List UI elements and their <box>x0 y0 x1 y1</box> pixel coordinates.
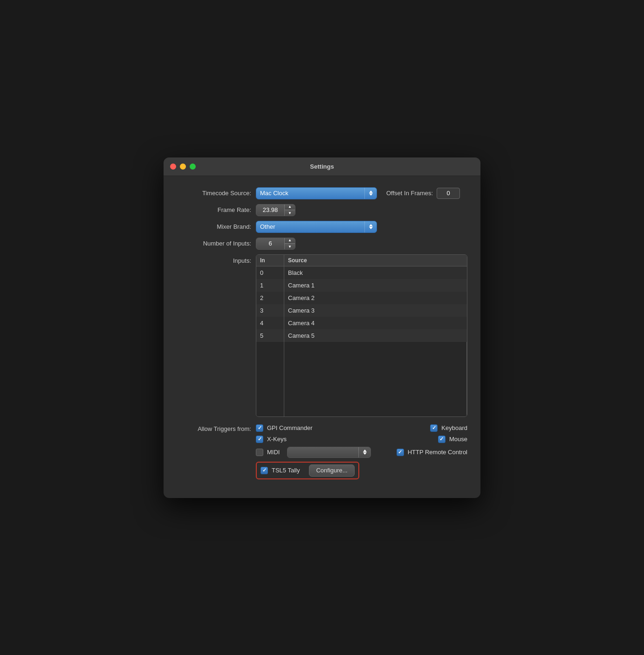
midi-checkbox[interactable]: ✓ <box>256 449 263 456</box>
empty-row-4 <box>256 398 467 416</box>
http-check-icon: ✓ <box>398 450 402 455</box>
stepper-down-button[interactable]: ▼ <box>285 210 295 216</box>
arrow-up-icon <box>369 191 373 193</box>
table-cell-in: 1 <box>256 279 284 292</box>
table-cell-in: 2 <box>256 292 284 304</box>
inputs-table: In Source 0 Black 1 Camera 1 2 Camera 2 … <box>256 254 467 417</box>
mixer-brand-row: Mixer Brand: Other <box>177 221 467 233</box>
tsl5-row: ✓ TSL5 Tally Configure... <box>256 462 359 479</box>
timecode-source-select[interactable]: Mac Clock <box>256 187 377 199</box>
empty-row-2 <box>256 361 467 379</box>
minimize-button[interactable] <box>180 164 186 170</box>
timecode-source-arrow <box>364 188 377 199</box>
gpi-checkbox[interactable]: ✓ <box>256 424 263 432</box>
timecode-source-label: Timecode Source: <box>177 190 251 197</box>
frame-rate-stepper[interactable]: 23.98 ▲ ▼ <box>256 204 295 216</box>
midi-arrow-down-icon <box>363 452 367 455</box>
gpi-checkbox-row: ✓ GPI Commander <box>256 424 313 432</box>
inputs-label: Inputs: <box>177 254 251 264</box>
table-row[interactable]: 3 Camera 3 <box>256 304 467 317</box>
tsl5-check-icon: ✓ <box>262 468 267 473</box>
table-row[interactable]: 4 Camera 4 <box>256 317 467 329</box>
empty-cell <box>284 361 467 379</box>
table-cell-in: 3 <box>256 304 284 317</box>
gpi-label: GPI Commander <box>267 424 313 431</box>
midi-label: MIDI <box>267 449 280 456</box>
window-title: Settings <box>310 163 334 170</box>
empty-cell <box>256 361 284 379</box>
tsl5-label: TSL5 Tally <box>272 467 300 474</box>
midi-row: ✓ MIDI <box>256 447 371 458</box>
configure-button[interactable]: Configure... <box>309 464 354 477</box>
keyboard-checkbox-row: ✓ Keyboard <box>430 424 467 432</box>
col-in-header: In <box>256 255 284 266</box>
triggers-options: ✓ GPI Commander ✓ Keyboard <box>256 424 467 481</box>
settings-content: Timecode Source: Mac Clock Offset In Fra… <box>164 176 480 498</box>
empty-cell <box>256 379 284 398</box>
http-label: HTTP Remote Control <box>408 449 467 456</box>
arrow-down-icon <box>369 193 373 196</box>
xkeys-checkbox[interactable]: ✓ <box>256 436 263 443</box>
midi-select-arrow <box>358 447 370 457</box>
table-cell-source: Camera 1 <box>284 279 467 292</box>
xkeys-check-icon: ✓ <box>258 437 262 442</box>
inputs-row: Inputs: In Source 0 Black 1 Camera 1 2 C… <box>177 254 467 417</box>
empty-cell <box>284 342 467 361</box>
frame-rate-row: Frame Rate: 23.98 ▲ ▼ <box>177 204 467 216</box>
num-inputs-up-button[interactable]: ▲ <box>285 238 295 244</box>
table-cell-source: Black <box>284 266 467 279</box>
num-inputs-stepper[interactable]: 6 ▲ ▼ <box>256 238 295 250</box>
keyboard-checkbox[interactable]: ✓ <box>430 424 438 432</box>
mouse-checkbox[interactable]: ✓ <box>438 436 445 443</box>
keyboard-label: Keyboard <box>441 424 467 431</box>
table-cell-source: Camera 5 <box>284 329 467 342</box>
mixer-brand-value: Other <box>256 223 377 230</box>
http-checkbox[interactable]: ✓ <box>397 449 404 456</box>
num-inputs-value: 6 <box>256 240 284 247</box>
tsl5-checkbox[interactable]: ✓ <box>260 467 268 474</box>
table-row[interactable]: 5 Camera 5 <box>256 329 467 342</box>
keyboard-check-icon: ✓ <box>432 425 436 430</box>
table-row[interactable]: 2 Camera 2 <box>256 292 467 304</box>
http-checkbox-row: ✓ HTTP Remote Control <box>397 449 467 456</box>
num-inputs-label: Number of Inputs: <box>177 240 251 247</box>
num-inputs-row: Number of Inputs: 6 ▲ ▼ <box>177 238 467 250</box>
stepper-buttons: ▲ ▼ <box>284 204 295 216</box>
maximize-button[interactable] <box>190 164 196 170</box>
mixer-brand-arrow <box>364 221 377 232</box>
timecode-source-value: Mac Clock <box>256 190 377 197</box>
xkeys-label: X-Keys <box>267 436 287 443</box>
timecode-source-row: Timecode Source: Mac Clock Offset In Fra… <box>177 187 467 199</box>
table-cell-in: 0 <box>256 266 284 279</box>
num-inputs-down-button[interactable]: ▼ <box>285 244 295 250</box>
triggers-section: Allow Triggers from: ✓ GPI Commander ✓ <box>177 424 467 481</box>
table-body: 0 Black 1 Camera 1 2 Camera 2 3 Camera 3… <box>256 266 467 342</box>
xkeys-checkbox-row: ✓ X-Keys <box>256 436 287 443</box>
offset-input[interactable] <box>437 188 460 199</box>
table-cell-source: Camera 3 <box>284 304 467 317</box>
col-source-header: Source <box>284 255 467 266</box>
close-button[interactable] <box>170 164 176 170</box>
triggers-row: Allow Triggers from: ✓ GPI Commander ✓ <box>177 424 467 481</box>
titlebar: Settings <box>164 157 480 176</box>
table-header: In Source <box>256 255 467 266</box>
mixer-arrow-down-icon <box>369 227 373 229</box>
stepper-up-button[interactable]: ▲ <box>285 204 295 210</box>
mixer-brand-select[interactable]: Other <box>256 221 377 233</box>
midi-arrow-up-icon <box>363 450 367 452</box>
empty-cell <box>284 379 467 398</box>
num-inputs-stepper-buttons: ▲ ▼ <box>284 238 295 250</box>
table-row[interactable]: 1 Camera 1 <box>256 279 467 292</box>
table-row[interactable]: 0 Black <box>256 266 467 279</box>
mouse-check-icon: ✓ <box>439 437 444 442</box>
settings-window: Settings Timecode Source: Mac Clock Offs… <box>164 157 480 498</box>
midi-select[interactable] <box>287 447 371 458</box>
frame-rate-value: 23.98 <box>256 206 284 213</box>
mouse-label: Mouse <box>449 436 467 443</box>
table-cell-in: 4 <box>256 317 284 329</box>
empty-cell <box>284 398 467 416</box>
window-controls <box>170 164 196 170</box>
gpi-check-icon: ✓ <box>258 425 262 430</box>
empty-row-3 <box>256 379 467 398</box>
frame-rate-label: Frame Rate: <box>177 206 251 213</box>
